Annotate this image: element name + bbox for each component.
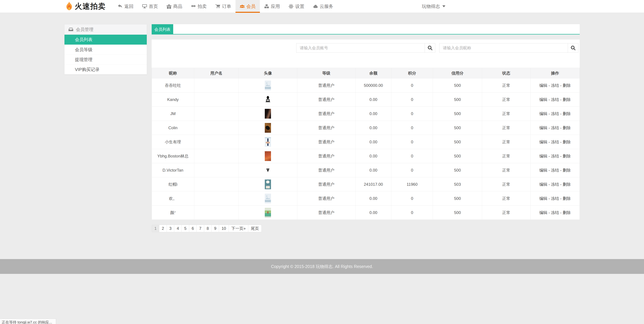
cell-balance: 0.00 bbox=[355, 163, 391, 177]
nav-item-apps[interactable]: 应用 bbox=[260, 0, 284, 13]
search-button-nickname[interactable] bbox=[568, 43, 578, 52]
page-button-尾页[interactable]: 尾页 bbox=[248, 225, 262, 232]
page-button-1[interactable]: 1 bbox=[152, 225, 159, 232]
nav-item-auction[interactable]: 拍卖 bbox=[187, 0, 211, 13]
nav-item-cloud[interactable]: 云服务 bbox=[309, 0, 338, 13]
cell-points: 0 bbox=[391, 78, 433, 92]
nav-item-label: 商品 bbox=[173, 3, 182, 9]
cell-actions: 编辑 - 冻结 - 删除 bbox=[530, 191, 580, 206]
page-button-9[interactable]: 9 bbox=[212, 225, 219, 232]
action-link-edit[interactable]: 编辑 bbox=[539, 168, 548, 172]
action-link-delete[interactable]: 删除 bbox=[563, 83, 571, 88]
gear-icon bbox=[289, 4, 294, 9]
search-input-nickname[interactable] bbox=[440, 43, 568, 52]
cell-avatar bbox=[239, 163, 297, 177]
search-input-account[interactable] bbox=[296, 43, 425, 52]
action-link-edit[interactable]: 编辑 bbox=[539, 111, 548, 116]
tab-member-list[interactable]: 会员列表 bbox=[152, 24, 173, 34]
cell-username bbox=[194, 191, 238, 206]
action-link-delete[interactable]: 删除 bbox=[563, 210, 571, 215]
action-link-edit[interactable]: 编辑 bbox=[539, 182, 548, 187]
action-link-freeze[interactable]: 冻结 bbox=[551, 196, 559, 201]
action-link-edit[interactable]: 编辑 bbox=[539, 154, 548, 158]
nav-item-label: 设置 bbox=[295, 3, 304, 9]
page-button-2[interactable]: 2 bbox=[159, 225, 167, 232]
cart-icon bbox=[216, 4, 220, 9]
page-button-3[interactable]: 3 bbox=[167, 225, 174, 232]
action-link-freeze[interactable]: 冻结 bbox=[551, 182, 559, 187]
action-link-delete[interactable]: 删除 bbox=[563, 97, 571, 102]
page-button-7[interactable]: 7 bbox=[196, 225, 204, 232]
cell-balance: 0.00 bbox=[355, 107, 391, 121]
nav-item-label: 应用 bbox=[271, 3, 280, 9]
page-button-10[interactable]: 10 bbox=[219, 225, 229, 232]
search-icon bbox=[570, 45, 576, 50]
action-link-edit[interactable]: 编辑 bbox=[539, 210, 548, 215]
member-table: 昵称用户名头像等级余额积分信用分状态操作 吞吞吐吐 图片无法显示 普通用户 50… bbox=[152, 68, 580, 220]
sidebar-header[interactable]: 会员管理 bbox=[64, 24, 147, 35]
action-link-freeze[interactable]: 冻结 bbox=[551, 140, 559, 144]
action-link-edit[interactable]: 编辑 bbox=[539, 125, 548, 130]
action-link-edit[interactable]: 编辑 bbox=[539, 83, 548, 88]
cell-balance: 0.00 bbox=[355, 92, 391, 107]
pagination: 12345678910下一页»尾页 bbox=[152, 225, 580, 232]
page-button-8[interactable]: 8 bbox=[204, 225, 212, 232]
cell-balance: 0.00 bbox=[355, 149, 391, 163]
sidebar-item-member-list[interactable]: 会员列表 bbox=[64, 35, 147, 44]
nav-item-settings[interactable]: 设置 bbox=[284, 0, 309, 13]
cell-username bbox=[194, 177, 238, 191]
cell-level: 普通用户 bbox=[297, 191, 356, 206]
user-menu[interactable]: 玩物得志 bbox=[422, 3, 446, 9]
nav-item-back[interactable]: 返回 bbox=[114, 0, 138, 13]
sidebar: 会员管理 会员列表会员等级提现管理VIP购买记录 bbox=[64, 24, 147, 74]
action-link-delete[interactable]: 删除 bbox=[563, 111, 571, 116]
sidebar-item-member-level[interactable]: 会员等级 bbox=[64, 44, 147, 54]
action-link-delete[interactable]: 删除 bbox=[563, 182, 571, 187]
action-link-delete[interactable]: 删除 bbox=[563, 125, 571, 130]
avatar-image bbox=[265, 208, 271, 218]
cell-status: 正常 bbox=[482, 78, 530, 92]
action-link-freeze[interactable]: 冻结 bbox=[551, 97, 559, 102]
nav-item-home[interactable]: 首页 bbox=[138, 0, 162, 13]
cell-credit: 500 bbox=[433, 191, 482, 206]
users-icon bbox=[240, 4, 244, 9]
app-logo[interactable]: 火速拍卖 bbox=[65, 1, 106, 11]
page-button-6[interactable]: 6 bbox=[189, 225, 196, 232]
action-link-delete[interactable]: 删除 bbox=[563, 140, 571, 144]
page-button-5[interactable]: 5 bbox=[182, 225, 189, 232]
nav-item-orders[interactable]: 订单 bbox=[211, 0, 236, 13]
sidebar-header-label: 会员管理 bbox=[76, 26, 94, 32]
nav-item-goods[interactable]: 商品 bbox=[162, 0, 187, 13]
table-row: Ybhg.Boston林总 普通用户 0.00 0 500 正常 编辑 - 冻结… bbox=[152, 149, 580, 163]
page-button-下一页»[interactable]: 下一页» bbox=[228, 225, 248, 232]
action-link-delete[interactable]: 删除 bbox=[563, 196, 571, 201]
action-link-freeze[interactable]: 冻结 bbox=[551, 168, 559, 172]
action-link-edit[interactable]: 编辑 bbox=[539, 196, 548, 201]
action-link-freeze[interactable]: 冻结 bbox=[551, 210, 559, 215]
action-link-delete[interactable]: 删除 bbox=[563, 168, 571, 172]
action-link-freeze[interactable]: 冻结 bbox=[551, 125, 559, 130]
action-link-freeze[interactable]: 冻结 bbox=[551, 83, 559, 88]
action-link-edit[interactable]: 编辑 bbox=[539, 140, 548, 144]
cell-avatar bbox=[239, 121, 297, 135]
search-button-account[interactable] bbox=[425, 43, 435, 52]
cell-credit: 500 bbox=[433, 149, 482, 163]
sidebar-item-withdraw[interactable]: 提现管理 bbox=[64, 54, 147, 64]
action-link-freeze[interactable]: 冻结 bbox=[551, 154, 559, 158]
nav-item-members[interactable]: 会员 bbox=[236, 0, 260, 13]
cell-avatar: ADMIN bbox=[239, 92, 297, 107]
cell-avatar bbox=[239, 135, 297, 149]
sidebar-item-vip-purchase[interactable]: VIP购买记录 bbox=[64, 64, 147, 74]
tab-bar: 会员列表 bbox=[152, 24, 580, 34]
action-link-edit[interactable]: 编辑 bbox=[539, 97, 548, 102]
cell-level: 普通用户 bbox=[297, 78, 356, 92]
page-button-4[interactable]: 4 bbox=[174, 225, 182, 232]
cell-nickname: 颜⁷ bbox=[152, 206, 194, 220]
cell-balance: 0.00 bbox=[355, 135, 391, 149]
action-link-freeze[interactable]: 冻结 bbox=[551, 111, 559, 116]
cell-points: 0 bbox=[391, 206, 433, 220]
reply-icon bbox=[118, 4, 122, 9]
cell-credit: 503 bbox=[433, 177, 482, 191]
action-link-delete[interactable]: 删除 bbox=[563, 154, 571, 158]
cell-points: 11960 bbox=[391, 177, 433, 191]
